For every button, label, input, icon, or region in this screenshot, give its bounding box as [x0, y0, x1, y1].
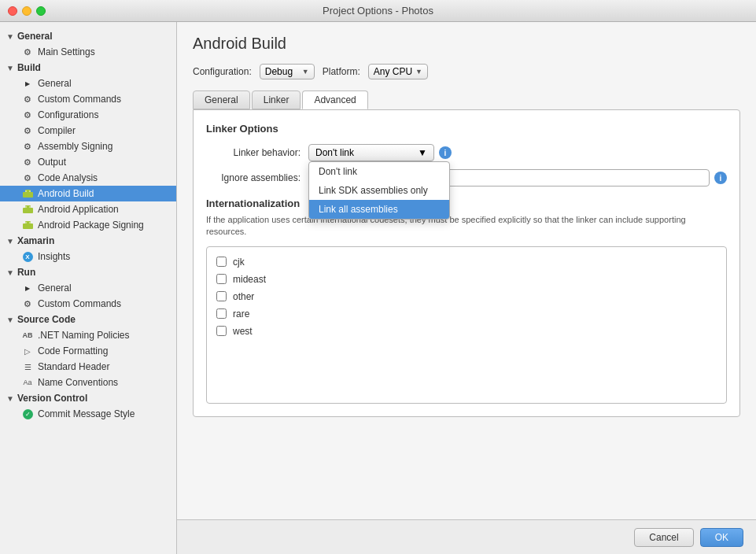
sidebar-item-custom-commands-build[interactable]: Custom Commands: [0, 91, 176, 107]
section-label-general: General: [17, 31, 53, 42]
config-row: Configuration: Debug ▼ Platform: Any CPU…: [193, 64, 740, 79]
svg-point-6: [25, 206, 27, 208]
vc-green-icon: ✓: [22, 408, 33, 419]
android-icon: [22, 204, 33, 215]
intl-list: cjk mideast other rare: [206, 246, 727, 404]
configuration-label: Configuration:: [193, 66, 252, 77]
naming-icon: Aa: [22, 377, 33, 388]
sidebar-item-code-formatting[interactable]: ▷ Code Formatting: [0, 343, 176, 359]
ok-button[interactable]: OK: [700, 528, 743, 547]
list-item: rare: [213, 305, 720, 323]
gear-icon: [22, 46, 33, 57]
sidebar-item-standard-header[interactable]: ☰ Standard Header: [0, 359, 176, 375]
window-title: Project Options - Photos: [323, 5, 433, 17]
other-label: other: [233, 291, 254, 302]
sidebar-item-commit-message-style[interactable]: ✓ Commit Message Style: [0, 406, 176, 422]
tab-linker[interactable]: Linker: [252, 90, 301, 109]
dropdown-option-link-all[interactable]: Link all assemblies: [309, 200, 449, 219]
section-arrow-xamarin: ▼: [6, 237, 14, 246]
sidebar-item-code-analysis[interactable]: Code Analysis: [0, 170, 176, 186]
gear-icon: [22, 157, 33, 168]
sidebar-item-configurations[interactable]: Configurations: [0, 107, 176, 123]
titlebar: Project Options - Photos: [0, 0, 756, 22]
linker-behavior-label: Linker behavior:: [206, 147, 308, 158]
sidebar-item-android-package-signing[interactable]: Android Package Signing: [0, 217, 176, 233]
sidebar-item-label: Android Application: [38, 204, 119, 215]
sidebar-item-insights[interactable]: X Insights: [0, 249, 176, 264]
sidebar-item-assembly-signing[interactable]: Assembly Signing: [0, 138, 176, 154]
expand-icon: ▷: [22, 345, 33, 356]
platform-select[interactable]: Any CPU ▼: [368, 64, 428, 79]
gear-icon: [22, 109, 33, 120]
sidebar-section-build[interactable]: ▼ Build: [0, 60, 176, 76]
svg-point-10: [25, 222, 27, 223]
sidebar-section-general[interactable]: ▼ General: [0, 28, 176, 44]
sidebar-item-label: Main Settings: [38, 46, 95, 57]
other-checkbox[interactable]: [216, 291, 227, 301]
arrow-icon: [22, 78, 33, 89]
sidebar-item-main-settings[interactable]: Main Settings: [0, 44, 176, 60]
main-layout: ▼ General Main Settings ▼ Build General …: [0, 22, 756, 554]
west-checkbox[interactable]: [216, 326, 227, 336]
sidebar-item-label: Insights: [38, 251, 70, 262]
info-icon[interactable]: i: [714, 172, 727, 184]
section-arrow-source-code: ▼: [6, 316, 14, 324]
list-item: west: [213, 323, 720, 340]
list-item: mideast: [213, 271, 720, 288]
close-button[interactable]: [8, 6, 17, 16]
internationalization-section: Internationalization If the application …: [206, 198, 727, 404]
sidebar-section-run[interactable]: ▼ Run: [0, 264, 176, 280]
linker-behavior-menu: Don't link Link SDK assemblies only Link…: [308, 161, 450, 220]
sidebar-item-label: General: [38, 283, 72, 294]
svg-rect-8: [23, 223, 33, 229]
dropdown-option-dont-link[interactable]: Don't link: [309, 162, 449, 181]
gear-icon: [22, 94, 33, 105]
sidebar-item-name-conventions[interactable]: Aa Name Conventions: [0, 375, 176, 390]
android-signing-icon: [22, 220, 33, 231]
sidebar-item-custom-commands-run[interactable]: Custom Commands: [0, 296, 176, 312]
linker-behavior-trigger[interactable]: Don't link ▼: [308, 144, 434, 161]
zoom-button[interactable]: [36, 6, 46, 16]
minimize-button[interactable]: [22, 6, 31, 16]
sidebar-section-xamarin[interactable]: ▼ Xamarin: [0, 233, 176, 249]
mideast-checkbox[interactable]: [216, 274, 227, 284]
sidebar-item-android-application[interactable]: Android Application: [0, 201, 176, 217]
dropdown-option-link-sdk[interactable]: Link SDK assemblies only: [309, 181, 449, 200]
tab-general[interactable]: General: [193, 90, 250, 109]
sidebar-item-output[interactable]: Output: [0, 154, 176, 170]
sidebar-item-build-general[interactable]: General: [0, 76, 176, 91]
sidebar-item-label: Output: [38, 157, 66, 168]
panel: Linker Options Linker behavior: Don't li…: [193, 109, 740, 417]
linker-behavior-selected: Don't link: [315, 147, 354, 158]
sidebar-item-run-general[interactable]: General: [0, 280, 176, 296]
section-arrow-build: ▼: [6, 64, 14, 72]
tab-advanced[interactable]: Advanced: [302, 90, 367, 109]
gear-icon: [22, 125, 33, 136]
sidebar-item-naming-policies[interactable]: AB .NET Naming Policies: [0, 327, 176, 343]
svg-rect-4: [23, 208, 33, 213]
configuration-select[interactable]: Debug ▼: [260, 64, 315, 79]
linker-behavior-row: Linker behavior: Don't link ▼ Don't link…: [206, 144, 727, 161]
sidebar-item-label: Code Analysis: [38, 172, 98, 183]
info-icon[interactable]: i: [439, 146, 452, 159]
sidebar-item-compiler[interactable]: Compiler: [0, 123, 176, 138]
sidebar-section-source-code[interactable]: ▼ Source Code: [0, 312, 176, 327]
sidebar-item-label: Android Package Signing: [38, 220, 144, 231]
west-label: west: [233, 326, 253, 337]
cancel-button[interactable]: Cancel: [634, 528, 693, 547]
ignore-assemblies-row: Ignore assemblies: i: [206, 169, 727, 187]
section-label-run: Run: [17, 267, 35, 278]
sidebar-item-label: Name Conventions: [38, 377, 118, 388]
section-label-vc: Version Control: [17, 393, 87, 404]
sidebar-item-android-build[interactable]: Android Build: [0, 186, 176, 201]
doc-icon: ☰: [22, 361, 33, 372]
svg-point-3: [29, 190, 31, 192]
cjk-checkbox[interactable]: [216, 257, 227, 267]
chevron-down-icon: ▼: [415, 68, 422, 76]
chevron-down-icon: ▼: [418, 147, 427, 158]
rare-checkbox[interactable]: [216, 308, 227, 319]
section-arrow-vc: ▼: [6, 394, 14, 403]
linker-behavior-dropdown-container: Don't link ▼ Don't link Link SDK assembl…: [308, 144, 434, 161]
sidebar-section-version-control[interactable]: ▼ Version Control: [0, 390, 176, 406]
list-item: other: [213, 288, 720, 305]
